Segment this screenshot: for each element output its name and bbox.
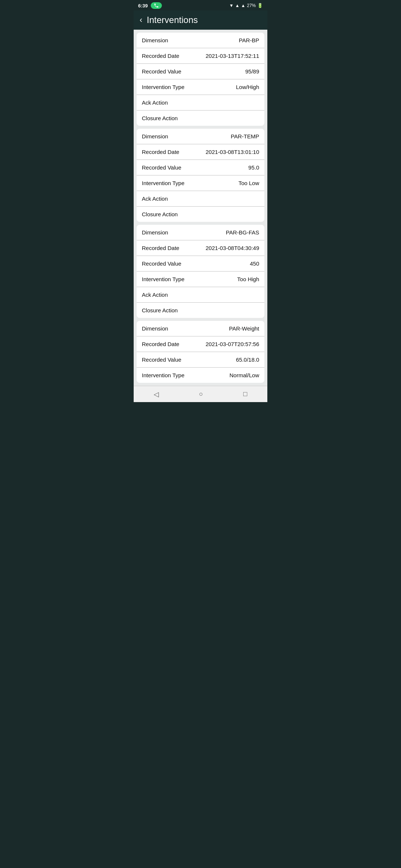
card-2-row-1-label: Dimension <box>142 133 168 139</box>
card-2-row-2-value: 2021-03-08T13:01:10 <box>206 149 259 155</box>
card-2-row-5-label: Ack Action <box>142 195 168 202</box>
signal-icon-1: ▲ <box>235 3 239 8</box>
card-2-row-4-value: Too Low <box>238 180 259 186</box>
card-1-row-1-label: Dimension <box>142 37 168 43</box>
battery-percentage: 27% <box>247 3 256 8</box>
navigation-bar: ◁ ○ □ <box>134 386 267 402</box>
card-3-row-4: Intervention TypeToo High <box>137 272 264 287</box>
card-2-row-3: Recorded Value95.0 <box>137 160 264 175</box>
card-2-row-6: Closure Action <box>137 207 264 222</box>
card-4-row-2-label: Recorded Date <box>142 341 179 347</box>
card-4-row-4: Intervention TypeNormal/Low <box>137 368 264 383</box>
card-2-row-1-value: PAR-TEMP <box>231 133 259 139</box>
intervention-card-2: DimensionPAR-TEMPRecorded Date2021-03-08… <box>137 129 264 222</box>
card-1-row-2-label: Recorded Date <box>142 53 179 59</box>
battery-icon: 🔋 <box>257 3 263 8</box>
card-3-row-1-label: Dimension <box>142 229 168 236</box>
card-1-row-3-value: 95/89 <box>245 68 259 75</box>
back-button[interactable]: ‹ <box>140 16 142 24</box>
nav-recent-icon: □ <box>243 390 247 398</box>
card-4-row-1-value: PAR-Weight <box>229 325 259 332</box>
page-title: Interventions <box>147 15 198 25</box>
card-3-row-2-value: 2021-03-08T04:30:49 <box>206 245 259 251</box>
card-1-row-4-value: Low/High <box>236 84 259 90</box>
card-3-row-3: Recorded Value450 <box>137 256 264 272</box>
call-indicator <box>151 2 162 9</box>
card-3-row-4-label: Intervention Type <box>142 276 185 282</box>
status-time: 6:39 <box>138 3 148 9</box>
card-1-row-5-label: Ack Action <box>142 99 168 106</box>
intervention-card-3: DimensionPAR-BG-FASRecorded Date2021-03-… <box>137 225 264 318</box>
phone-icon <box>154 3 159 8</box>
card-4-row-2: Recorded Date2021-03-07T20:57:56 <box>137 336 264 352</box>
card-4-row-1-label: Dimension <box>142 325 168 332</box>
card-2-row-4-label: Intervention Type <box>142 180 185 186</box>
card-3-row-4-value: Too High <box>237 276 259 282</box>
nav-home-icon: ○ <box>199 390 203 398</box>
intervention-card-1: DimensionPAR-BPRecorded Date2021-03-13T1… <box>137 33 264 126</box>
card-2-row-2-label: Recorded Date <box>142 149 179 155</box>
card-3-row-5: Ack Action <box>137 287 264 303</box>
card-3-row-5-label: Ack Action <box>142 292 168 298</box>
card-4-row-3: Recorded Value65.0/18.0 <box>137 352 264 368</box>
header: ‹ Interventions <box>134 10 267 30</box>
intervention-card-4: DimensionPAR-WeightRecorded Date2021-03-… <box>137 321 264 383</box>
card-1-row-4-label: Intervention Type <box>142 84 185 90</box>
status-bar: 6:39 ▼ ▲ ▲ 27% 🔋 <box>134 0 267 10</box>
card-1-row-2: Recorded Date2021-03-13T17:52:11 <box>137 48 264 64</box>
card-1-row-1: DimensionPAR-BP <box>137 33 264 48</box>
card-2-row-3-label: Recorded Value <box>142 164 181 171</box>
card-1-row-3: Recorded Value95/89 <box>137 64 264 79</box>
card-4-row-2-value: 2021-03-07T20:57:56 <box>206 341 259 347</box>
card-2-row-3-value: 95.0 <box>248 164 259 171</box>
card-1-row-2-value: 2021-03-13T17:52:11 <box>206 53 259 59</box>
status-right: ▼ ▲ ▲ 27% 🔋 <box>229 3 263 8</box>
card-4-row-4-label: Intervention Type <box>142 372 185 378</box>
card-4-row-3-label: Recorded Value <box>142 356 181 363</box>
card-1-row-1-value: PAR-BP <box>239 37 259 43</box>
nav-home-button[interactable]: ○ <box>192 387 211 401</box>
content-area: DimensionPAR-BPRecorded Date2021-03-13T1… <box>134 30 267 386</box>
card-2-row-1: DimensionPAR-TEMP <box>137 129 264 144</box>
card-2-row-2: Recorded Date2021-03-08T13:01:10 <box>137 144 264 160</box>
card-1-row-3-label: Recorded Value <box>142 68 181 75</box>
nav-back-button[interactable]: ◁ <box>146 387 166 401</box>
card-3-row-3-value: 450 <box>250 260 259 267</box>
card-4-row-1: DimensionPAR-Weight <box>137 321 264 336</box>
card-4-row-4-value: Normal/Low <box>229 372 259 378</box>
card-2-row-6-label: Closure Action <box>142 211 178 217</box>
card-3-row-2: Recorded Date2021-03-08T04:30:49 <box>137 240 264 256</box>
card-3-row-3-label: Recorded Value <box>142 260 181 267</box>
nav-back-icon: ◁ <box>154 391 159 398</box>
card-2-row-4: Intervention TypeToo Low <box>137 175 264 191</box>
card-2-row-5: Ack Action <box>137 191 264 207</box>
card-1-row-5: Ack Action <box>137 95 264 111</box>
nav-recent-button[interactable]: □ <box>236 387 255 401</box>
wifi-icon: ▼ <box>229 3 234 8</box>
card-3-row-6: Closure Action <box>137 303 264 318</box>
signal-icon-2: ▲ <box>241 3 245 8</box>
card-1-row-4: Intervention TypeLow/High <box>137 79 264 95</box>
card-3-row-2-label: Recorded Date <box>142 245 179 251</box>
card-4-row-3-value: 65.0/18.0 <box>236 356 259 363</box>
card-3-row-1: DimensionPAR-BG-FAS <box>137 225 264 240</box>
card-1-row-6: Closure Action <box>137 111 264 126</box>
card-3-row-1-value: PAR-BG-FAS <box>226 229 259 236</box>
card-1-row-6-label: Closure Action <box>142 115 178 121</box>
card-3-row-6-label: Closure Action <box>142 307 178 313</box>
